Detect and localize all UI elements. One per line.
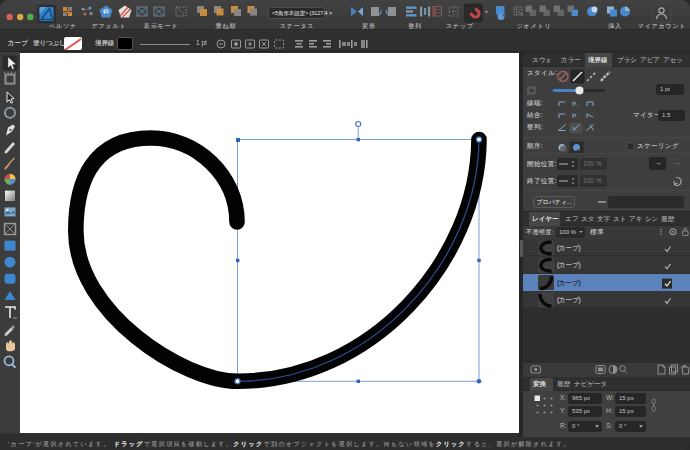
svg-text:1: 1 [104,9,107,15]
